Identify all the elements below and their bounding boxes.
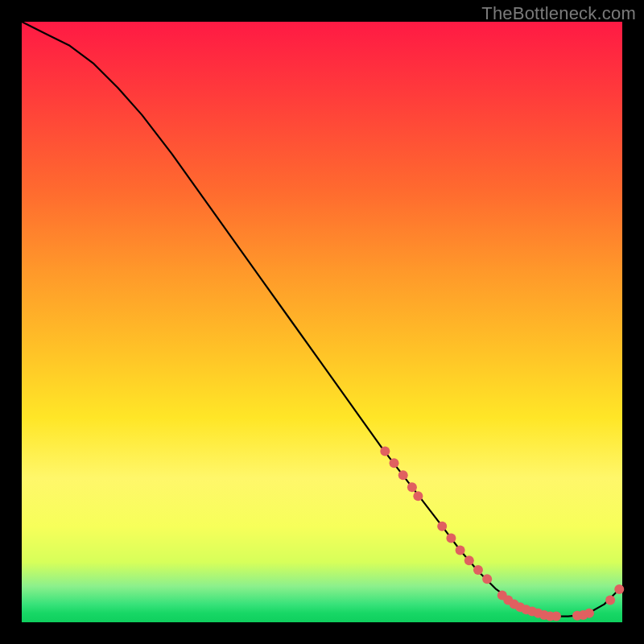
- data-marker: [413, 491, 423, 501]
- data-marker: [482, 574, 492, 584]
- data-marker: [407, 482, 417, 492]
- data-marker: [464, 555, 474, 565]
- data-marker: [437, 522, 447, 531]
- bottleneck-curve-line: [22, 22, 622, 617]
- chart-svg: [22, 22, 622, 622]
- data-marker: [446, 534, 456, 543]
- chart-frame: TheBottleneck.com: [0, 0, 644, 644]
- data-marker: [551, 612, 561, 621]
- plot-area: [22, 22, 622, 622]
- data-marker: [390, 458, 399, 468]
- data-marker: [456, 545, 465, 555]
- markers-group: [380, 446, 624, 621]
- data-marker: [398, 470, 408, 480]
- data-marker: [380, 446, 390, 456]
- data-marker: [614, 584, 624, 594]
- data-marker: [473, 565, 483, 575]
- data-marker: [584, 609, 594, 618]
- data-marker: [605, 595, 615, 605]
